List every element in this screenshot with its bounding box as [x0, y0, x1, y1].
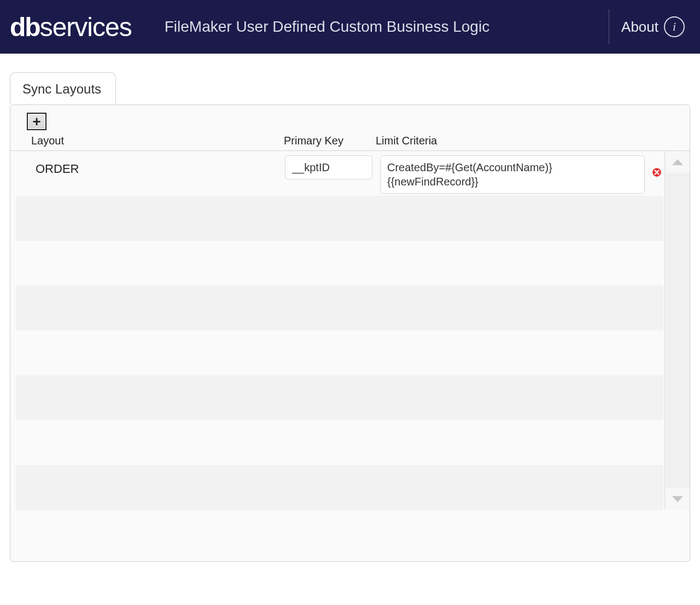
- scroll-track[interactable]: [665, 173, 690, 488]
- header-right: About i: [609, 9, 685, 44]
- logo-thin: services: [40, 12, 132, 42]
- table-row-empty: [16, 465, 663, 510]
- panel-toolbar: +: [10, 110, 690, 133]
- chevron-down-icon: [672, 496, 683, 502]
- header-layout: Layout: [10, 135, 284, 147]
- table-row-empty: [16, 196, 663, 241]
- layout-name-cell[interactable]: ORDER: [16, 155, 285, 176]
- table-row-empty: [16, 420, 663, 465]
- primary-key-input[interactable]: [285, 155, 372, 179]
- add-layout-button[interactable]: +: [27, 113, 46, 130]
- plus-icon: +: [32, 114, 40, 129]
- scroll-up-button[interactable]: [665, 151, 690, 173]
- layout-grid: ORDER: [16, 151, 663, 510]
- table-row-empty: [16, 286, 663, 330]
- limit-criteria-input[interactable]: [380, 155, 645, 194]
- app-header: dbservices FileMaker User Defined Custom…: [0, 0, 700, 54]
- table-row: ORDER: [16, 151, 663, 196]
- logo: dbservices: [10, 12, 132, 42]
- table-row-empty: [16, 241, 663, 286]
- tabs-row: Sync Layouts: [10, 72, 690, 105]
- info-icon[interactable]: i: [664, 16, 685, 37]
- grid-wrap: ORDER: [10, 150, 690, 510]
- delete-row-icon[interactable]: [652, 167, 662, 177]
- column-headers: Layout Primary Key Limit Criteria: [10, 133, 690, 150]
- page-title: FileMaker User Defined Custom Business L…: [165, 18, 609, 36]
- table-row-empty: [16, 375, 663, 420]
- tab-sync-layouts[interactable]: Sync Layouts: [10, 72, 116, 104]
- page-body: Sync Layouts + Layout Primary Key Limit …: [0, 54, 700, 572]
- logo-bold: db: [10, 12, 40, 42]
- chevron-up-icon: [672, 159, 683, 165]
- scroll-down-button[interactable]: [665, 488, 690, 510]
- vertical-scrollbar[interactable]: [664, 151, 690, 510]
- about-link[interactable]: About: [621, 19, 658, 36]
- sync-layouts-panel: + Layout Primary Key Limit Criteria ORDE…: [10, 104, 690, 562]
- table-row-empty: [16, 330, 663, 375]
- header-primary-key: Primary Key: [284, 135, 376, 147]
- header-limit-criteria: Limit Criteria: [376, 135, 690, 147]
